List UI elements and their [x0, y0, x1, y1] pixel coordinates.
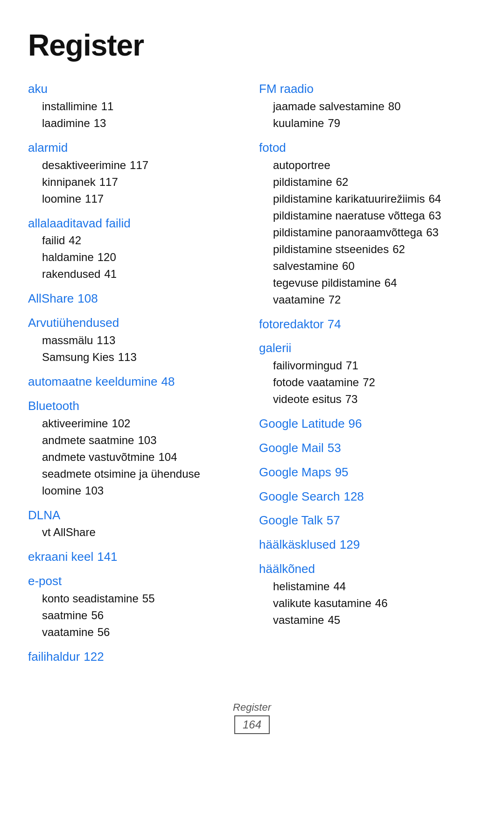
index-entry: AllShare108: [28, 291, 245, 307]
entry-header[interactable]: Bluetooth: [28, 398, 245, 414]
index-entry: FM raadiojaamade salvestamine80kuulamine…: [259, 81, 476, 132]
entry-header[interactable]: Arvutiühendused: [28, 315, 245, 331]
entry-header[interactable]: fotoredaktor74: [259, 317, 476, 332]
index-entry: e-postkonto seadistamine55saatmine56vaat…: [28, 573, 245, 641]
index-entry: Google Search128: [259, 489, 476, 505]
index-entry: Bluetoothaktiveerimine102andmete saatmin…: [28, 398, 245, 499]
sub-entry: desaktiveerimine117: [28, 157, 245, 174]
sub-entry: fotode vaatamine72: [259, 374, 476, 391]
sub-entry: failivormingud71: [259, 357, 476, 374]
sub-entry: helistamine44: [259, 578, 476, 595]
entry-header[interactable]: Google Maps95: [259, 465, 476, 481]
entry-header[interactable]: DLNA: [28, 508, 245, 523]
left-column: akuinstallimine11laadimine13alarmiddesak…: [28, 81, 259, 673]
index-entry: failihaldur122: [28, 649, 245, 665]
index-entry: alarmiddesaktiveerimine117kinnipanek117l…: [28, 140, 245, 207]
entry-header[interactable]: fotod: [259, 140, 476, 156]
sub-entry: salvestamine60: [259, 258, 476, 275]
sub-entry: videote esitus73: [259, 391, 476, 408]
index-entry: Arvutiühendusedmassmälu113Samsung Kies11…: [28, 315, 245, 366]
index-entry: Google Maps95: [259, 465, 476, 481]
index-entry: allalaaditavad failidfailid42haldamine12…: [28, 216, 245, 283]
entry-header[interactable]: häälkäsklused129: [259, 537, 476, 553]
sub-entry: pildistamine panoraamvõttega63: [259, 224, 476, 241]
entry-header[interactable]: failihaldur122: [28, 649, 245, 665]
entry-header[interactable]: allalaaditavad failid: [28, 216, 245, 232]
sub-entry: andmete saatmine103: [28, 432, 245, 449]
index-entry: DLNAvt AllShare: [28, 508, 245, 541]
index-entry: galeriifailivormingud71fotode vaatamine7…: [259, 340, 476, 408]
sub-entry: andmete vastuvõtmine104: [28, 449, 245, 466]
sub-entry: valikute kasutamine46: [259, 595, 476, 612]
sub-entry: haldamine120: [28, 249, 245, 266]
sub-entry: kinnipanek117: [28, 174, 245, 191]
entry-header[interactable]: aku: [28, 81, 245, 97]
entry-header[interactable]: e-post: [28, 573, 245, 589]
sub-entry: loomine117: [28, 191, 245, 207]
entry-header[interactable]: ekraani keel141: [28, 549, 245, 565]
sub-entry: vaatamine56: [28, 624, 245, 641]
entry-header[interactable]: Google Latitude96: [259, 416, 476, 432]
sub-entry: seadmete otsimine ja ühenduse loomine103: [28, 466, 245, 499]
page-title: Register: [28, 28, 476, 63]
sub-entry: tegevuse pildistamine64: [259, 275, 476, 291]
sub-entry: konto seadistamine55: [28, 590, 245, 607]
entry-header[interactable]: alarmid: [28, 140, 245, 156]
entry-header[interactable]: Google Mail53: [259, 440, 476, 456]
index-entry: Google Mail53: [259, 440, 476, 456]
index-entry: automaatne keeldumine48: [28, 374, 245, 390]
index-entry: akuinstallimine11laadimine13: [28, 81, 245, 132]
sub-entry: jaamade salvestamine80: [259, 98, 476, 115]
sub-entry: aktiveerimine102: [28, 415, 245, 432]
entry-header[interactable]: Google Search128: [259, 489, 476, 505]
sub-entry: kuulamine79: [259, 115, 476, 132]
sub-entry: massmälu113: [28, 332, 245, 349]
page-footer: Register 164: [28, 701, 476, 734]
sub-entry: pildistamine naeratuse võttega63: [259, 207, 476, 224]
sub-entry: vt AllShare: [28, 524, 245, 541]
sub-entry: failid42: [28, 232, 245, 249]
footer-page-number: 164: [234, 715, 270, 734]
sub-entry: rakendused41: [28, 266, 245, 283]
index-entry: Google Talk57: [259, 513, 476, 529]
index-entry: ekraani keel141: [28, 549, 245, 565]
index-entry: häälkõnedhelistamine44valikute kasutamin…: [259, 561, 476, 629]
index-entry: häälkäsklused129: [259, 537, 476, 553]
entry-header[interactable]: Google Talk57: [259, 513, 476, 529]
index-entry: fotodautoportreepildistamine62pildistami…: [259, 140, 476, 308]
sub-entry: autoportree: [259, 157, 476, 174]
sub-entry: vastamine45: [259, 612, 476, 629]
sub-entry: pildistamine karikatuurirežiimis64: [259, 191, 476, 207]
entry-header[interactable]: FM raadio: [259, 81, 476, 97]
entry-header[interactable]: automaatne keeldumine48: [28, 374, 245, 390]
index-entry: Google Latitude96: [259, 416, 476, 432]
right-column: FM raadiojaamade salvestamine80kuulamine…: [259, 81, 476, 673]
sub-entry: pildistamine62: [259, 174, 476, 191]
index-entry: fotoredaktor74: [259, 317, 476, 332]
sub-entry: installimine11: [28, 98, 245, 115]
sub-entry: pildistamine stseenides62: [259, 241, 476, 258]
sub-entry: laadimine13: [28, 115, 245, 132]
index-columns: akuinstallimine11laadimine13alarmiddesak…: [28, 81, 476, 673]
sub-entry: vaatamine72: [259, 291, 476, 308]
entry-header[interactable]: häälkõned: [259, 561, 476, 577]
sub-entry: Samsung Kies113: [28, 349, 245, 366]
entry-header[interactable]: galerii: [259, 340, 476, 356]
sub-entry: saatmine56: [28, 607, 245, 624]
entry-header[interactable]: AllShare108: [28, 291, 245, 307]
footer-label: Register: [28, 701, 476, 714]
